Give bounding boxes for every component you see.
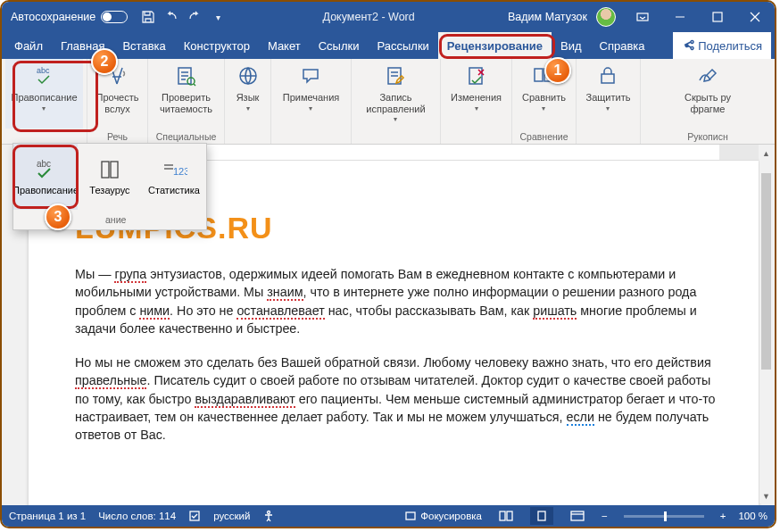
maximize-button[interactable] [700,2,735,32]
close-button[interactable] [737,2,773,32]
dd-statistics[interactable]: 123 Статистика [142,144,206,210]
minimize-button[interactable] [662,2,698,32]
group-ink: Рукописн [641,129,775,144]
svg-rect-17 [406,512,415,520]
language-button[interactable]: Язык▾ [229,59,267,129]
autosave-label: Автосохранение [11,11,95,23]
paragraph-2: Но мы не сможем это сделать без Вашей об… [75,353,725,444]
comments-button[interactable]: Примечания▾ [278,59,345,129]
undo-icon[interactable] [160,5,183,29]
spelling-icon: abc [30,62,57,89]
svg-rect-13 [111,162,118,178]
protect-icon [594,62,621,89]
track-changes-button[interactable]: Запись исправлений▾ [361,59,430,129]
spelling-button[interactable]: abc Правописание▾ [5,59,82,129]
tab-file[interactable]: Файл [5,32,52,59]
tab-help[interactable]: Справка [591,32,654,59]
badge-1: 1 [544,57,571,84]
hide-ink-button[interactable]: Скрыть ру фрагме [679,59,736,129]
spelling-dropdown: abc Правописание Тезаурус 123 Статистика… [12,143,207,230]
badge-2: 2 [91,48,118,75]
svg-rect-1 [713,12,722,21]
share-button[interactable]: Поделиться [673,32,771,59]
badge-3: 3 [45,204,71,230]
tab-insert[interactable]: Вставка [113,32,174,59]
status-words[interactable]: Число слов: 114 [98,511,176,521]
svg-text:123: 123 [173,166,187,177]
group-compare: Сравнение [512,129,576,144]
dd-spelling-grammar[interactable]: abc Правописание [13,144,78,210]
paragraph-1: Мы — група энтузиастов, одержимых идеей … [75,265,725,337]
scroll-thumb[interactable] [761,173,771,370]
redo-icon[interactable] [183,5,206,29]
protect-button[interactable]: Защитить▾ [581,59,636,129]
comments-icon [297,62,324,89]
status-bar: Страница 1 из 1 Число слов: 114 русский … [2,505,775,527]
svg-rect-10 [602,74,614,83]
save-icon[interactable] [137,5,160,29]
user-name[interactable]: Вадим Матузок [508,11,587,23]
vertical-scrollbar[interactable]: ▲ ▼ [759,146,773,503]
zoom-in-button[interactable]: + [720,511,726,521]
titlebar: Автосохранение ▾ Документ2 - Word Вадим … [2,2,775,32]
svg-rect-8 [535,69,543,81]
ribbon-options-icon[interactable] [625,2,660,32]
group-speech: Речь [87,129,147,144]
view-read-icon[interactable] [494,507,518,525]
group-special: Специальные [148,129,224,144]
changes-icon [463,62,490,89]
tab-references[interactable]: Ссылки [310,32,369,59]
zoom-out-button[interactable]: − [602,511,608,521]
readability-button[interactable]: Проверить читаемость [154,59,218,129]
autosave-toggle[interactable]: Автосохранение [2,11,137,23]
svg-rect-12 [102,162,109,178]
ribbon-tabs: Файл Главная Вставка Конструктор Макет С… [2,32,775,59]
hide-ink-icon [694,62,721,89]
svg-rect-21 [571,511,584,520]
svg-rect-0 [637,13,648,21]
track-changes-icon [382,62,409,89]
status-proof-icon[interactable] [188,510,201,522]
svg-text:abc: abc [37,159,51,169]
svg-rect-18 [500,511,505,520]
view-web-icon[interactable] [566,507,589,525]
language-icon [235,62,261,89]
status-page[interactable]: Страница 1 из 1 [9,511,86,521]
status-language[interactable]: русский [213,511,250,521]
avatar[interactable] [596,7,616,27]
view-print-icon[interactable] [530,507,553,525]
scroll-down-icon[interactable]: ▼ [759,489,773,503]
tab-layout[interactable]: Макет [259,32,310,59]
changes-button[interactable]: Изменения▾ [445,59,507,129]
qat-dropdown-icon[interactable]: ▾ [206,5,229,29]
svg-text:abc: abc [37,66,50,75]
svg-rect-19 [507,511,512,520]
toggle-switch-icon[interactable] [101,11,128,23]
scroll-up-icon[interactable]: ▲ [759,146,773,161]
zoom-level[interactable]: 100 % [738,511,768,521]
dd-caption: Прание [13,210,206,229]
tab-mailings[interactable]: Рассылки [368,32,437,59]
readability-icon [172,62,199,89]
tab-review[interactable]: Рецензирование [438,32,552,59]
svg-rect-20 [538,511,545,520]
doc-title: Документ2 - Word [229,11,508,23]
svg-point-16 [268,511,270,514]
tab-design[interactable]: Конструктор [175,32,259,59]
ribbon: abc Правописание▾ Прочесть вслух Речь Пр… [2,59,775,145]
zoom-slider[interactable] [624,515,704,518]
tab-view[interactable]: Вид [552,32,591,59]
dd-thesaurus[interactable]: Тезаурус [78,144,142,210]
status-focus[interactable]: Фокусировка [404,510,482,522]
svg-rect-15 [190,511,199,520]
status-accessibility-icon[interactable] [262,510,275,522]
